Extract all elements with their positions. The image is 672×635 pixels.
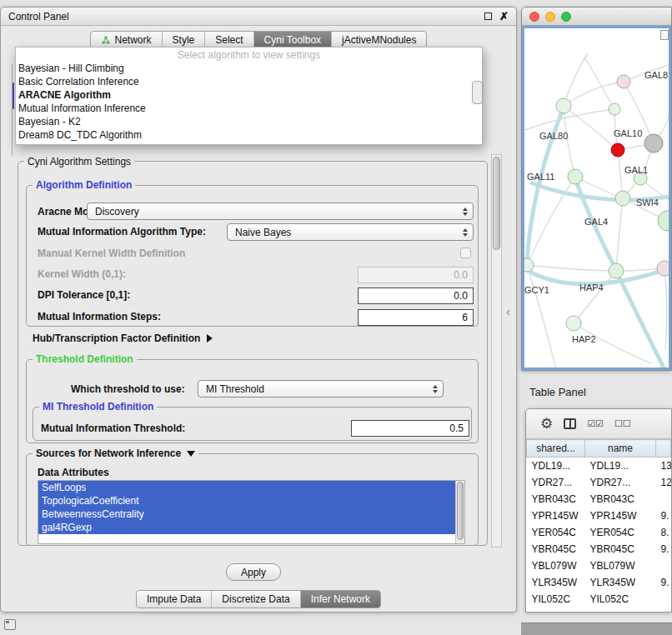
network-node-GAL10[interactable]	[644, 134, 663, 152]
table-cell[interactable]: 9.	[656, 541, 671, 558]
table-cell[interactable]	[656, 591, 671, 608]
network-node-pink-right[interactable]	[657, 261, 669, 276]
network-edge[interactable]	[527, 265, 616, 271]
network-node-GAL4[interactable]	[615, 191, 630, 206]
tab-impute-data[interactable]: Impute Data	[137, 591, 211, 608]
algorithm-option[interactable]: Bayesian - Hill Climbing	[16, 62, 482, 75]
table-cell[interactable]: 9.	[656, 574, 671, 591]
attribute-item[interactable]: TopologicalCoefficient	[38, 494, 464, 508]
table-cell[interactable]: 12	[656, 474, 671, 491]
table-row[interactable]: YPR145WYPR145W9.	[527, 508, 671, 524]
table-cell[interactable]: YIL052C	[585, 591, 656, 608]
network-node-HAP4[interactable]	[609, 263, 624, 278]
control-panel-titlebar[interactable]: Control Panel ✗	[1, 8, 516, 26]
hub-tf-section-header[interactable]: Hub/Transcription Factor Definition	[33, 332, 213, 344]
gear-icon[interactable]: ⚙	[540, 417, 553, 431]
mi-threshold-field[interactable]: 0.5	[351, 420, 469, 437]
mi-steps-field[interactable]: 6	[358, 309, 474, 326]
settings-scrollbar[interactable]	[491, 154, 502, 548]
collapse-down-icon[interactable]	[187, 451, 195, 457]
minimized-panel-icon[interactable]	[4, 619, 16, 630]
table-cell[interactable]: YBR043C	[527, 491, 585, 508]
table-cell[interactable]: YDL19...	[585, 458, 656, 474]
table-row[interactable]: YBR043CYBR043C	[527, 491, 671, 508]
algorithm-option[interactable]: ARACNE Algorithm	[16, 88, 482, 102]
network-node-GAL11[interactable]	[568, 169, 583, 184]
close-icon[interactable]: ✗	[499, 11, 509, 22]
table-row[interactable]: YBL079WYBL079W	[527, 558, 671, 574]
data-attributes-list[interactable]: SelfLoopsTopologicalCoefficientBetweenne…	[38, 480, 465, 544]
columns-icon[interactable]	[564, 418, 576, 429]
float-panel-icon[interactable]	[484, 12, 492, 20]
table-column-header[interactable]	[656, 440, 671, 458]
attribute-item[interactable]: SelfLoops	[38, 481, 464, 494]
tab-jactivemnodules[interactable]: jActiveMNodules	[331, 32, 426, 48]
table-cell[interactable]: YPR145W	[585, 508, 656, 524]
table-cell[interactable]: YBR045C	[527, 541, 585, 558]
tab-discretize-data[interactable]: Discretize Data	[211, 591, 299, 608]
attribute-item[interactable]: BetweennessCentrality	[38, 508, 464, 521]
panel-collapse-handle[interactable]: ‹	[506, 305, 510, 318]
network-node-pink-top[interactable]	[617, 75, 630, 88]
network-canvas[interactable]: GAL8GAL80GAL10GAL11GAL1SWI4GAL4GCY1HAP4H…	[522, 26, 671, 370]
network-node-green-small[interactable]	[609, 103, 620, 115]
network-edge[interactable]	[574, 271, 616, 323]
attributes-scrollbar[interactable]	[455, 481, 464, 543]
table-cell[interactable]: YER054C	[527, 524, 585, 541]
settings-scrollbar-thumb[interactable]	[493, 157, 500, 250]
tab-cyni-toolbox[interactable]: Cyni Toolbox	[253, 32, 331, 48]
table-row[interactable]: YBR045CYBR045C9.	[527, 541, 671, 558]
table-cell[interactable]: YBL079W	[585, 558, 656, 574]
table-cell[interactable]: YDL19...	[527, 458, 585, 474]
network-edge[interactable]	[524, 109, 614, 130]
network-edge[interactable]	[664, 268, 667, 349]
network-edge[interactable]	[564, 82, 624, 106]
network-edge[interactable]	[584, 57, 614, 109]
table-cell[interactable]: YBL079W	[527, 558, 585, 574]
which-threshold-select[interactable]: MI Threshold	[198, 380, 444, 398]
algorithm-option[interactable]: Mutual Information Inference	[16, 102, 482, 115]
network-node-red-node[interactable]	[611, 143, 624, 157]
kernel-width-field[interactable]: 0.0	[358, 267, 474, 283]
table-cell[interactable]: YDR27...	[585, 474, 656, 491]
select-all-icon[interactable]: ☑☑	[587, 418, 604, 429]
table-row[interactable]: YER054CYER054C8.	[527, 524, 671, 541]
table-row[interactable]: YDL19...YDL19...13	[527, 458, 671, 474]
table-cell[interactable]: 13	[656, 458, 671, 474]
attribute-item[interactable]: gal4RGexp	[38, 521, 464, 534]
network-node-GAL80[interactable]	[556, 98, 571, 113]
table-cell[interactable]: YIL052C	[527, 591, 585, 608]
table-cell[interactable]: YPR145W	[527, 508, 585, 524]
network-node-GCY1[interactable]	[524, 258, 534, 272]
network-edge[interactable]	[616, 198, 623, 271]
minimize-traffic-light[interactable]	[545, 12, 555, 22]
tab-style[interactable]: Style	[162, 32, 205, 48]
dpi-tolerance-field[interactable]: 0.0	[358, 288, 474, 304]
table-cell[interactable]	[656, 558, 671, 574]
network-node-SWI4-node[interactable]	[658, 211, 669, 231]
manual-kernel-checkbox[interactable]	[460, 248, 471, 258]
table-cell[interactable]: YDR27...	[527, 474, 585, 491]
apply-button[interactable]: Apply	[226, 563, 281, 581]
canvas-corner-widget[interactable]	[660, 30, 669, 40]
zoom-traffic-light[interactable]	[561, 12, 571, 22]
tab-select[interactable]: Select	[204, 32, 253, 48]
table-column-header[interactable]: shared...	[527, 440, 585, 458]
table-row[interactable]: YLR345WYLR345W9.	[527, 574, 671, 591]
table-cell[interactable]: YLR345W	[527, 574, 585, 591]
network-window-titlebar[interactable]	[522, 8, 671, 26]
attributes-scrollbar-thumb[interactable]	[457, 482, 464, 540]
table-cell[interactable]	[656, 491, 671, 508]
table-cell[interactable]: YER054C	[585, 524, 656, 541]
table-cell[interactable]: YBR043C	[585, 491, 656, 508]
mi-type-select[interactable]: Naive Bayes	[227, 223, 474, 241]
network-node-HAP2[interactable]	[566, 316, 581, 331]
algorithm-option[interactable]: Bayesian - K2	[16, 115, 482, 128]
table-cell[interactable]: 9.	[656, 508, 671, 524]
network-graph[interactable]: GAL8GAL80GAL10GAL11GAL1SWI4GAL4GCY1HAP4H…	[524, 28, 669, 368]
algorithm-option[interactable]: Dream8 DC_TDC Algorithm	[16, 128, 482, 142]
algorithm-option[interactable]: Basic Correlation Inference	[16, 75, 482, 88]
deselect-all-icon[interactable]: ☐☐	[614, 418, 631, 429]
table-row[interactable]: YDR27...YDR27...12	[527, 474, 671, 491]
expand-right-icon[interactable]	[207, 334, 213, 342]
